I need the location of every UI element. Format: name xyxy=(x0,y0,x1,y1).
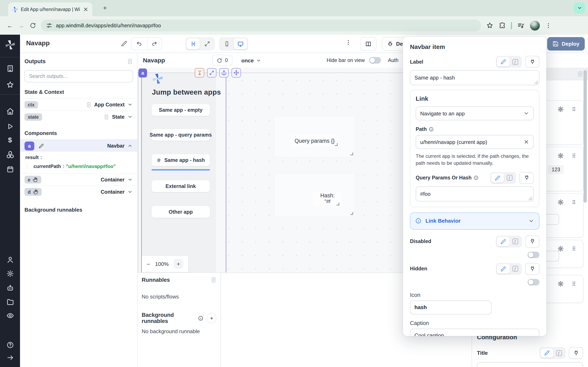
component-gear-icon[interactable] xyxy=(557,245,564,252)
add-background-runnable-button[interactable]: + xyxy=(207,313,216,323)
new-tab-button[interactable]: + xyxy=(100,4,109,13)
run-mode-dropdown[interactable]: once xyxy=(241,55,261,66)
value-123-field[interactable]: 123 xyxy=(548,165,564,174)
browser-menu-icon[interactable] xyxy=(545,22,552,29)
label-input[interactable]: Same app - hash xyxy=(410,70,539,85)
query-params-input[interactable]: #foo xyxy=(416,186,534,201)
drag-handle-icon[interactable] xyxy=(571,245,577,252)
connect-plug-button[interactable] xyxy=(525,236,539,248)
center-layout-button[interactable] xyxy=(187,38,200,49)
drag-handle-icon[interactable] xyxy=(571,281,577,287)
connect-plug-button[interactable] xyxy=(525,263,539,275)
selection-border-right[interactable] xyxy=(226,73,226,272)
fx-mode-button[interactable]: f xyxy=(510,57,521,67)
navbar-component-area[interactable] xyxy=(141,73,216,272)
zoom-out-button[interactable]: − xyxy=(147,260,150,267)
extensions-icon[interactable] xyxy=(499,22,506,29)
clear-x-icon[interactable] xyxy=(523,139,529,145)
query-params-container[interactable]: Query params {} xyxy=(274,116,355,157)
help-icon[interactable] xyxy=(6,341,14,349)
chevron-down-icon[interactable] xyxy=(127,114,133,119)
edit-id-button[interactable] xyxy=(36,141,46,150)
browser-tab[interactable]: Edit App u/henri/navapp | Win xyxy=(8,2,92,16)
fx-mode-button[interactable]: f xyxy=(504,173,515,183)
static-pen-button[interactable] xyxy=(497,264,510,274)
copy-doc-icon[interactable] xyxy=(577,71,583,77)
audit-eye-icon[interactable] xyxy=(6,312,14,319)
workspace-icon[interactable] xyxy=(6,65,14,72)
nav-item-query-params[interactable]: Same app - query params xyxy=(151,129,210,141)
resize-corner-icon[interactable] xyxy=(337,203,339,206)
move-component-button[interactable] xyxy=(232,68,241,77)
variables-dollar-icon[interactable]: $ xyxy=(8,136,12,144)
static-pen-button[interactable] xyxy=(541,348,553,358)
bookmark-star-icon[interactable] xyxy=(486,22,493,29)
static-pen-button[interactable] xyxy=(491,173,504,183)
redo-button[interactable] xyxy=(147,38,162,50)
tune-icon[interactable] xyxy=(46,22,52,29)
component-gear-icon[interactable] xyxy=(557,106,564,113)
address-bar[interactable]: app.windmill.dev/apps/edit/u/henri/navap… xyxy=(41,20,481,31)
resize-corner-icon[interactable] xyxy=(350,152,353,155)
back-button[interactable]: ← xyxy=(4,20,16,31)
static-pen-button[interactable] xyxy=(497,57,510,67)
hide-bar-toggle[interactable] xyxy=(369,57,381,64)
zoom-in-button[interactable]: + xyxy=(173,259,183,269)
nav-item-external-link[interactable]: External link xyxy=(151,180,210,192)
drag-handle-icon[interactable] xyxy=(571,152,577,159)
collapse-arrow-icon[interactable] xyxy=(6,354,14,361)
fullwidth-layout-button[interactable] xyxy=(200,38,214,49)
textarea-resize-icon[interactable] xyxy=(528,197,532,200)
forward-button[interactable]: → xyxy=(16,20,27,31)
connect-plug-button[interactable] xyxy=(569,347,583,359)
hidden-toggle[interactable] xyxy=(527,279,539,285)
selected-component-badge[interactable]: a xyxy=(138,68,147,77)
resize-corner-icon[interactable] xyxy=(350,212,353,215)
chevron-down-icon[interactable] xyxy=(127,189,133,194)
undo-button[interactable] xyxy=(132,38,147,50)
windmill-logo[interactable] xyxy=(5,40,15,50)
component-gear-icon[interactable] xyxy=(557,281,564,287)
tab-search-button[interactable] xyxy=(574,2,585,13)
docs-button[interactable] xyxy=(360,37,376,50)
reload-button[interactable] xyxy=(27,20,38,31)
state-row[interactable]: state State xyxy=(20,110,137,123)
disabled-toggle[interactable] xyxy=(527,252,539,258)
title-input[interactable]: Jump between apps xyxy=(477,362,583,367)
nav-item-same-app-hash[interactable]: Same app - hash xyxy=(151,154,210,166)
profile-avatar[interactable] xyxy=(530,21,540,30)
tab-close-icon[interactable] xyxy=(83,7,89,12)
copy-doc-icon[interactable] xyxy=(210,277,216,283)
static-pen-button[interactable] xyxy=(497,237,510,246)
link-type-select[interactable]: Navigate to an app xyxy=(416,106,534,120)
nav-item-other-app[interactable]: Other app xyxy=(151,206,210,218)
icon-input[interactable]: hash xyxy=(410,300,492,314)
component-row-navbar[interactable]: a Navbar xyxy=(20,140,137,152)
users-icon[interactable] xyxy=(6,256,14,264)
fx-mode-button[interactable]: f xyxy=(510,237,521,246)
more-menu-icon[interactable] xyxy=(345,39,352,46)
drag-handle-icon[interactable] xyxy=(571,199,577,205)
refresh-count-button[interactable]: 0 xyxy=(212,55,232,66)
resize-corner-icon[interactable] xyxy=(335,143,338,146)
chevron-up-icon[interactable] xyxy=(127,143,133,149)
settings-gear-icon[interactable] xyxy=(6,270,14,277)
component-gear-icon[interactable] xyxy=(557,152,564,159)
path-input[interactable]: u/henri/navapp (current app) xyxy=(416,135,534,149)
insert-below-button[interactable] xyxy=(195,68,204,77)
textarea-resize-icon[interactable] xyxy=(534,80,538,84)
component-row-container-d[interactable]: d Container xyxy=(20,185,137,198)
nav-item-same-app-empty[interactable]: Same app - empty xyxy=(151,104,210,116)
link-behavior-collapsible[interactable]: Link Behavior xyxy=(410,212,539,230)
rename-pencil-icon[interactable] xyxy=(121,41,127,47)
clipped-input[interactable] xyxy=(545,214,559,225)
chevron-down-icon[interactable] xyxy=(127,102,133,107)
connect-plug-button[interactable] xyxy=(519,172,534,184)
deploy-button[interactable]: Deploy xyxy=(547,37,585,50)
folders-icon[interactable] xyxy=(6,298,14,306)
fx-mode-button[interactable]: f xyxy=(553,348,564,358)
runs-play-icon[interactable] xyxy=(6,123,14,130)
media-playlist-icon[interactable] xyxy=(517,22,525,29)
expand-component-button[interactable] xyxy=(207,68,216,77)
caption-input[interactable]: Cool caption xyxy=(410,329,539,336)
